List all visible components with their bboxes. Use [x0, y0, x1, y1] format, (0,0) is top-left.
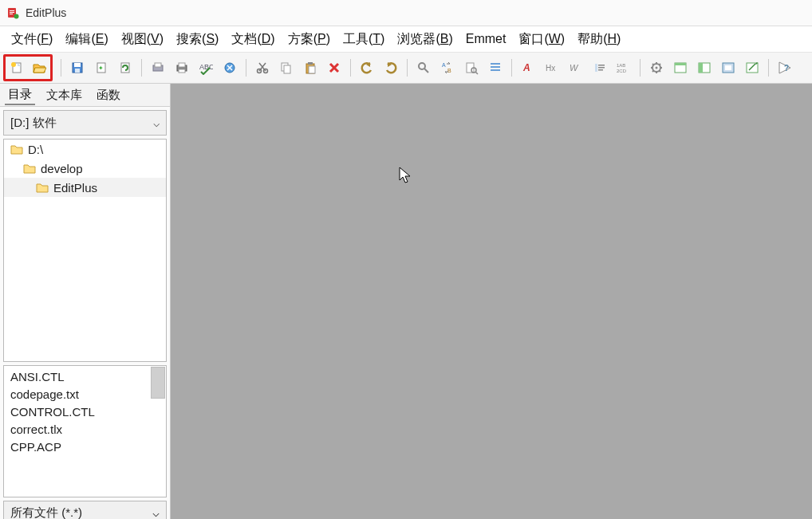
file-name: CONTROL.CTL	[10, 405, 95, 419]
font-color-button[interactable]: A	[517, 57, 539, 79]
tree-item[interactable]: D:\	[4, 140, 166, 159]
menu-edit[interactable]: 编辑(E)	[59, 28, 114, 51]
menu-search[interactable]: 搜索(S)	[170, 28, 225, 51]
panel1-icon	[675, 63, 686, 73]
menu-file[interactable]: 文件(F)	[5, 28, 59, 51]
menu-tools[interactable]: 工具(T)	[337, 28, 391, 51]
toolbar-separator	[768, 59, 769, 77]
file-list-item[interactable]: codepage.txt	[4, 385, 166, 403]
svg-text:2CD: 2CD	[617, 69, 627, 73]
toolbar-separator	[407, 59, 408, 77]
file-list-item[interactable]: ANSI.CTL	[4, 368, 166, 385]
svg-point-30	[419, 63, 425, 69]
char-map-icon: 1AB2CD	[617, 63, 627, 73]
menu-window[interactable]: 窗口(W)	[512, 28, 571, 51]
drive-selector[interactable]: [D:] 软件 ⌵	[3, 110, 167, 136]
file-name: correct.tlx	[10, 423, 62, 436]
svg-text:W: W	[570, 63, 579, 73]
font-color-icon: A	[522, 62, 530, 73]
panel2-button[interactable]	[693, 57, 715, 79]
html-tidy-button[interactable]	[219, 57, 241, 79]
delete-button[interactable]	[323, 57, 345, 79]
copy-button[interactable]	[275, 57, 298, 79]
tab-cliptext[interactable]: 文本库	[43, 86, 85, 104]
undo-button[interactable]	[356, 57, 378, 79]
svg-text:B: B	[447, 68, 451, 73]
chevron-down-icon: ⌵	[152, 505, 160, 519]
file-list-item[interactable]: CPP.ACP	[4, 438, 166, 455]
panel4-button[interactable]	[741, 57, 763, 79]
save-button[interactable]	[66, 57, 89, 79]
tree-item[interactable]: develop	[4, 159, 166, 178]
help-button[interactable]: ?	[774, 57, 796, 79]
print-preview-button[interactable]	[147, 57, 169, 79]
tree-item-label: EditPlus	[53, 181, 97, 195]
scrollbar-thumb[interactable]	[151, 367, 165, 399]
paste-icon	[306, 62, 315, 73]
tab-functions[interactable]: 函数	[93, 86, 124, 104]
folder-tree[interactable]: D:\developEditPlus	[3, 139, 167, 362]
file-filter-selector[interactable]: 所有文件 (*.*) ⌵	[3, 501, 167, 519]
panel3-button[interactable]	[717, 57, 739, 79]
file-list[interactable]: ANSI.CTLcodepage.txtCONTROL.CTLcorrect.t…	[3, 365, 167, 497]
word-wrap-button[interactable]: W	[565, 57, 587, 79]
menu-view[interactable]: 视图(V)	[115, 28, 170, 51]
find-in-files-button[interactable]	[460, 57, 483, 79]
html-tidy-icon	[225, 63, 235, 73]
tab-directory[interactable]: 目录	[5, 85, 35, 105]
line-number-button[interactable]	[589, 57, 611, 79]
replace-button[interactable]: AB	[436, 57, 459, 79]
redo-icon	[387, 62, 396, 73]
hex-button[interactable]: Hx	[541, 57, 563, 79]
settings-icon	[651, 62, 662, 73]
svg-rect-26	[308, 62, 313, 65]
svg-point-4	[14, 14, 19, 19]
menu-project[interactable]: 方案(P)	[282, 28, 337, 51]
spellcheck-button[interactable]: ABC	[195, 57, 217, 79]
refresh-doc-button[interactable]	[114, 57, 136, 79]
svg-point-50	[656, 67, 658, 69]
find-button[interactable]	[412, 57, 435, 79]
menu-bar: 文件(F) 编辑(E) 视图(V) 搜索(S) 文档(D) 方案(P) 工具(T…	[0, 26, 812, 53]
highlight-new-open	[3, 54, 53, 81]
char-map-button[interactable]: 1AB2CD	[613, 57, 635, 79]
cut-button[interactable]	[251, 57, 274, 79]
spellcheck-icon: ABC	[199, 63, 213, 74]
print-button[interactable]	[171, 57, 193, 79]
panel1-button[interactable]	[669, 57, 692, 79]
toolbar-separator	[141, 59, 142, 77]
refresh-doc-icon	[121, 63, 129, 73]
svg-rect-18	[179, 69, 185, 73]
menu-document[interactable]: 文档(D)	[225, 28, 281, 51]
line-number-icon	[595, 64, 605, 72]
open-file-button[interactable]	[28, 57, 50, 79]
menu-browser[interactable]: 浏览器(B)	[391, 28, 459, 51]
svg-rect-52	[675, 63, 686, 65]
svg-text:?: ?	[784, 64, 789, 73]
file-name: codepage.txt	[10, 387, 79, 401]
find-icon	[419, 63, 428, 73]
svg-rect-2	[10, 12, 14, 13]
toolbar-separator	[246, 59, 246, 77]
sidebar-tabs: 目录 文本库 函数	[0, 84, 170, 107]
svg-rect-43	[595, 64, 597, 72]
file-list-item[interactable]: CONTROL.CTL	[4, 403, 166, 420]
new-file-button[interactable]	[6, 57, 28, 79]
new-doc-button[interactable]: ✦	[90, 57, 112, 79]
new-doc-icon: ✦	[97, 63, 105, 73]
settings-button[interactable]	[645, 57, 668, 79]
svg-rect-17	[179, 63, 185, 67]
paste-button[interactable]	[299, 57, 321, 79]
toolbar: ✦ABCABAHxW1AB2CD?	[0, 53, 812, 84]
print-preview-icon	[153, 63, 163, 71]
copy-icon	[282, 63, 290, 73]
open-file-icon	[34, 65, 46, 73]
file-list-item[interactable]: correct.tlx	[4, 420, 166, 438]
tree-item[interactable]: EditPlus	[4, 178, 166, 197]
menu-emmet[interactable]: Emmet	[459, 29, 513, 49]
bookmark-button[interactable]	[484, 57, 507, 79]
panel2-icon	[699, 63, 710, 73]
redo-button[interactable]	[380, 57, 402, 79]
word-wrap-icon: W	[570, 63, 579, 73]
menu-help[interactable]: 帮助(H)	[571, 28, 627, 51]
